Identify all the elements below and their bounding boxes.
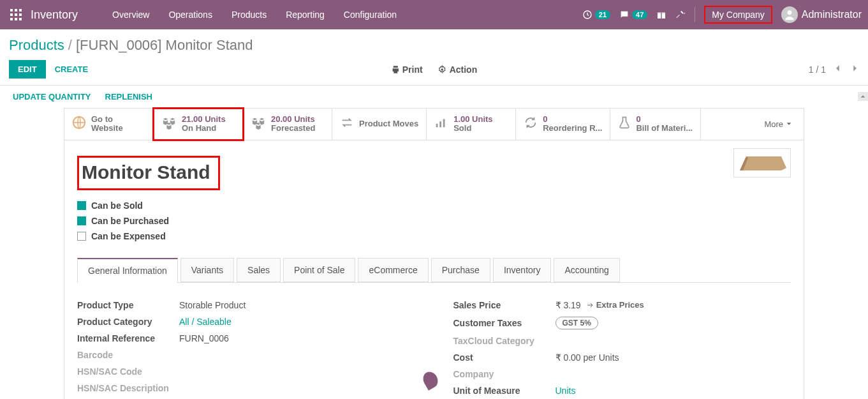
- stat-sold[interactable]: 1.00 UnitsSold: [427, 109, 516, 140]
- sheet: Go toWebsite 21.00 UnitsOn Hand 20.00 Un…: [0, 108, 868, 399]
- more-label: More: [764, 119, 783, 129]
- cost-value: ₹ 0.00 per Units: [555, 352, 619, 363]
- tab-general-info[interactable]: General Information: [77, 258, 178, 283]
- taxcloud-label: TaxCloud Category: [453, 336, 555, 346]
- app-title: Inventory: [31, 8, 78, 22]
- barcode-label: Barcode: [77, 350, 179, 360]
- checkbox-icon: [77, 201, 86, 210]
- exchange-icon: [340, 116, 354, 132]
- chart-icon: [434, 116, 448, 132]
- gift-icon[interactable]: [656, 10, 666, 20]
- separator: [695, 7, 695, 22]
- svg-rect-4: [15, 13, 17, 16]
- cost-label: Cost: [453, 352, 555, 363]
- cubes-icon: [251, 116, 266, 132]
- stat-reordering[interactable]: 0Reordering R...: [516, 109, 610, 140]
- checkbox-icon: [77, 232, 86, 241]
- hsn-label: HSN/SAC Code: [77, 366, 179, 377]
- pager-prev[interactable]: [834, 64, 842, 75]
- product-image[interactable]: [733, 148, 791, 177]
- svg-rect-17: [439, 121, 441, 127]
- sheet-inner: Monitor Stand Can be Sold Can be Purchas…: [64, 140, 804, 399]
- tab-sales[interactable]: Sales: [237, 258, 281, 282]
- company-label: Company: [453, 369, 555, 379]
- update-quantity-link[interactable]: UPDATE QUANTITY: [13, 92, 91, 102]
- nav-products[interactable]: Products: [223, 2, 276, 27]
- status-links: UPDATE QUANTITY REPLENISH: [0, 86, 868, 108]
- svg-rect-0: [10, 9, 13, 11]
- uom-label: Unit of Measure: [453, 386, 555, 396]
- form-right: Sales Price₹ 3.19 Extra Prices Customer …: [453, 297, 791, 399]
- breadcrumb-root[interactable]: Products: [9, 37, 64, 54]
- sales-price-label: Sales Price: [453, 300, 555, 310]
- stat-more[interactable]: More: [753, 109, 804, 140]
- nav-configuration[interactable]: Configuration: [335, 2, 406, 27]
- refresh-icon: [524, 116, 538, 132]
- user-name: Administrator: [802, 9, 862, 20]
- nav-operations[interactable]: Operations: [159, 2, 221, 27]
- customer-taxes-label: Customer Taxes: [453, 318, 555, 328]
- replenish-link[interactable]: REPLENISH: [105, 92, 152, 102]
- svg-rect-16: [436, 124, 438, 128]
- tab-variants[interactable]: Variants: [180, 258, 234, 282]
- cubes-icon: [161, 116, 177, 132]
- uom-value[interactable]: Units: [555, 386, 576, 396]
- debug-icon[interactable]: [675, 10, 686, 20]
- topbar-right: 21 47 My Company Administrator: [582, 6, 862, 24]
- apps-icon[interactable]: [6, 5, 26, 24]
- svg-rect-12: [661, 13, 662, 19]
- action-button[interactable]: Action: [438, 64, 478, 75]
- can-be-expensed: Can be Expensed: [77, 229, 791, 244]
- pager-next[interactable]: [850, 64, 859, 75]
- tab-accounting[interactable]: Accounting: [554, 258, 619, 282]
- internal-ref-value: FURN_0006: [179, 333, 229, 343]
- breadcrumb-separator: /: [68, 37, 72, 54]
- stat-on-hand[interactable]: 21.00 UnitsOn Hand: [154, 109, 243, 140]
- svg-rect-1: [15, 9, 17, 11]
- svg-rect-6: [10, 18, 13, 20]
- pager: 1 / 1: [809, 64, 859, 75]
- print-button[interactable]: Print: [391, 64, 423, 75]
- tab-pos[interactable]: Point of Sale: [283, 258, 355, 282]
- extra-prices-link[interactable]: Extra Prices: [586, 300, 644, 310]
- stat-buttons: Go toWebsite 21.00 UnitsOn Hand 20.00 Un…: [64, 108, 804, 140]
- stat-go-website[interactable]: Go toWebsite: [64, 109, 154, 140]
- product-title: Monitor Stand: [82, 162, 210, 183]
- svg-rect-5: [19, 13, 22, 16]
- stat-product-moves[interactable]: Product Moves: [332, 109, 427, 140]
- flask-icon: [618, 116, 631, 132]
- tabs: General Information Variants Sales Point…: [77, 258, 791, 283]
- caret-down-icon: [786, 121, 792, 127]
- company-selector[interactable]: My Company: [704, 6, 772, 24]
- edit-button[interactable]: EDIT: [9, 60, 46, 79]
- product-type-value: Storable Product: [179, 300, 246, 310]
- stat-bom[interactable]: 0Bill of Materi...: [610, 109, 701, 140]
- topbar: Inventory Overview Operations Products R…: [0, 0, 868, 29]
- tab-inventory[interactable]: Inventory: [493, 258, 552, 282]
- user-menu[interactable]: Administrator: [781, 6, 862, 23]
- stat-forecasted[interactable]: 20.00 UnitsForecasted: [243, 109, 332, 140]
- sales-price-value: ₹ 3.19: [555, 300, 581, 310]
- messages-badge: 47: [632, 10, 647, 19]
- scroll-up-icon[interactable]: [858, 92, 868, 101]
- svg-rect-2: [19, 9, 22, 11]
- product-category-label: Product Category: [77, 317, 179, 327]
- tab-ecommerce[interactable]: eCommerce: [358, 258, 428, 282]
- product-flags: Can be Sold Can be Purchased Can be Expe…: [77, 198, 791, 244]
- globe-icon: [72, 116, 86, 132]
- create-button[interactable]: CREATE: [55, 64, 88, 74]
- product-category-value[interactable]: All / Saleable: [179, 317, 232, 327]
- svg-rect-7: [15, 18, 17, 20]
- tab-purchase[interactable]: Purchase: [431, 258, 490, 282]
- activities-button[interactable]: 21: [582, 10, 610, 20]
- messages-button[interactable]: 47: [619, 10, 647, 20]
- print-icon: [391, 65, 400, 74]
- breadcrumb: Products / [FURN_0006] Monitor Stand: [0, 29, 868, 56]
- action-label: Action: [450, 64, 478, 75]
- nav-overview[interactable]: Overview: [103, 2, 158, 27]
- svg-point-13: [787, 10, 791, 15]
- control-row: EDIT CREATE Print Action 1 / 1: [0, 56, 868, 85]
- nav-reporting[interactable]: Reporting: [277, 2, 334, 27]
- form-left: Product TypeStorable Product Product Cat…: [77, 297, 415, 399]
- pager-text: 1 / 1: [809, 64, 826, 75]
